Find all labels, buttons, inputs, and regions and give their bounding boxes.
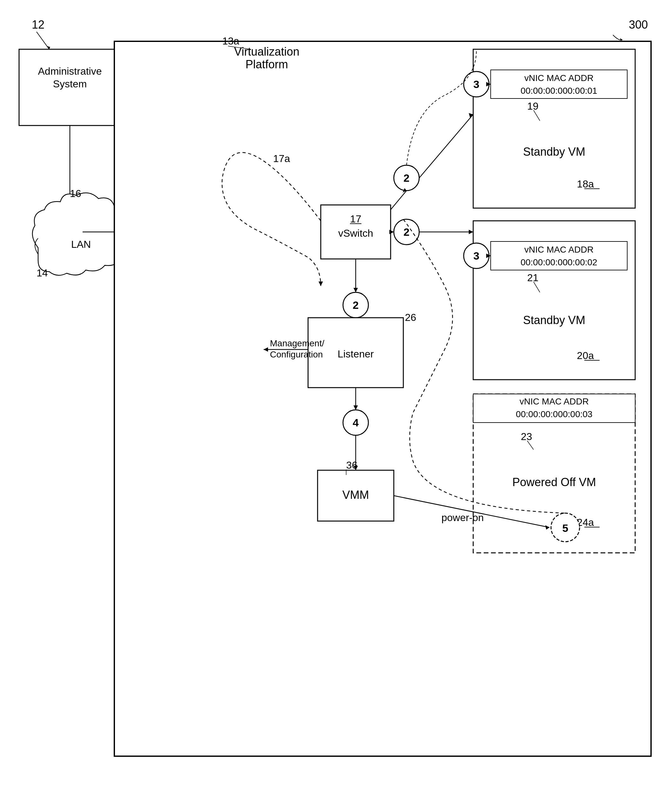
ref-17a: 17a <box>273 153 290 164</box>
vmm-label: VMM <box>342 488 369 501</box>
vswitch-label: vSwitch <box>338 228 373 239</box>
node-3-vm2-label: 3 <box>473 250 480 262</box>
vnic-mac-vm3-addr: 00:00:00:000:00:03 <box>516 409 592 419</box>
ref-17: 17 <box>350 213 361 224</box>
node-3-vm1-label: 3 <box>473 78 480 90</box>
vnic-mac-vm1-label: vNIC MAC ADDR <box>524 73 593 83</box>
power-on-label: power-on <box>442 512 484 523</box>
mgmt-config-label: Management/ <box>270 338 324 348</box>
mgmt-config-label2: Configuration <box>270 349 323 359</box>
node-2-top-label: 2 <box>404 172 410 184</box>
diagram-container: 300 12 Administrative System 1 LAN 14 16… <box>0 0 672 787</box>
vnic-mac-vm1-addr: 00:00:00:000:00:01 <box>521 86 597 96</box>
ref-300: 300 <box>629 18 648 31</box>
virt-platform-label: Virtualization <box>234 45 299 58</box>
ref-20a: 20a <box>577 350 594 361</box>
vnic-mac-vm3-label: vNIC MAC ADDR <box>519 397 589 406</box>
admin-system-label: Administrative <box>38 65 102 77</box>
ref-14: 14 <box>36 267 48 279</box>
admin-system-label2: System <box>53 78 87 90</box>
listener-label: Listener <box>338 348 374 360</box>
ref-12: 12 <box>32 18 44 31</box>
ref-13a: 13a <box>222 35 240 47</box>
node-5-label: 5 <box>562 522 568 534</box>
vnic-mac-vm2-label: vNIC MAC ADDR <box>524 245 593 254</box>
lan-label: LAN <box>71 239 91 250</box>
node-2-bot-label: 2 <box>353 299 359 311</box>
ref-19: 19 <box>527 100 539 112</box>
vnic-mac-vm2-addr: 00:00:00:000:00:02 <box>521 258 597 267</box>
standby-vm2-text: Standby VM <box>523 314 585 327</box>
ref-26: 26 <box>405 312 416 323</box>
ref-21: 21 <box>527 272 539 283</box>
virt-platform-label2: Platform <box>246 58 288 71</box>
ref-16: 16 <box>70 188 81 199</box>
ref-23: 23 <box>521 431 532 442</box>
powered-off-vm-text: Powered Off VM <box>512 476 596 489</box>
ref-18a: 18a <box>577 178 594 190</box>
standby-vm1-text: Standby VM <box>523 145 585 158</box>
node-2-mid-label: 2 <box>404 226 410 238</box>
node-4-label: 4 <box>353 417 359 428</box>
